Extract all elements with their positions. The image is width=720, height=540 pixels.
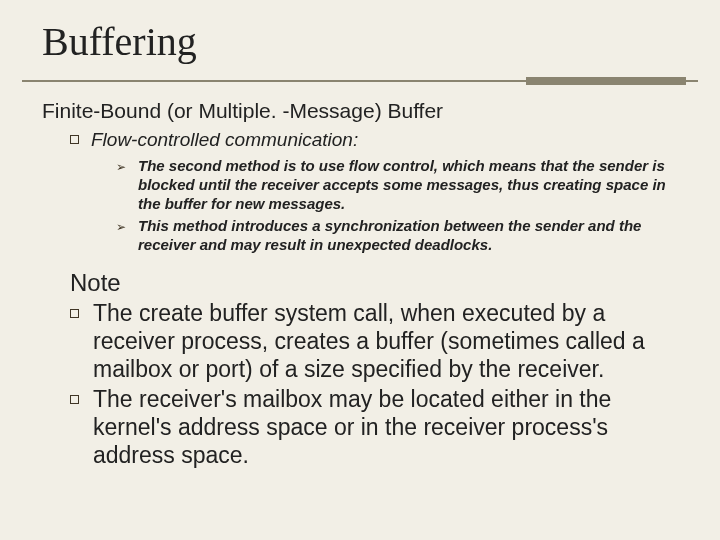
arrow-bullet-icon: ➢ [116, 160, 126, 175]
note-text: The create buffer system call, when exec… [93, 299, 678, 383]
list-item: Flow-controlled communication: [70, 129, 678, 151]
note-heading: Note [70, 269, 678, 297]
slide: Buffering Finite-Bound (or Multiple. -Me… [0, 0, 720, 540]
note-text: The receiver's mailbox may be located ei… [93, 385, 678, 469]
square-bullet-icon [70, 309, 79, 318]
divider-accent [526, 77, 686, 85]
list-subitem: ➢ The second method is to use flow contr… [116, 157, 678, 213]
list-subitem-text: This method introduces a synchronization… [138, 217, 678, 255]
square-bullet-icon [70, 395, 79, 404]
list-item: The receiver's mailbox may be located ei… [70, 385, 678, 469]
slide-title: Buffering [42, 18, 678, 65]
section-subtitle: Finite-Bound (or Multiple. -Message) Buf… [42, 99, 678, 123]
square-bullet-icon [70, 135, 79, 144]
divider [42, 73, 678, 89]
list-item: The create buffer system call, when exec… [70, 299, 678, 383]
list-item-label: Flow-controlled communication: [91, 129, 358, 151]
arrow-bullet-icon: ➢ [116, 220, 126, 235]
list-subitem: ➢ This method introduces a synchronizati… [116, 217, 678, 255]
list-subitem-text: The second method is to use flow control… [138, 157, 678, 213]
